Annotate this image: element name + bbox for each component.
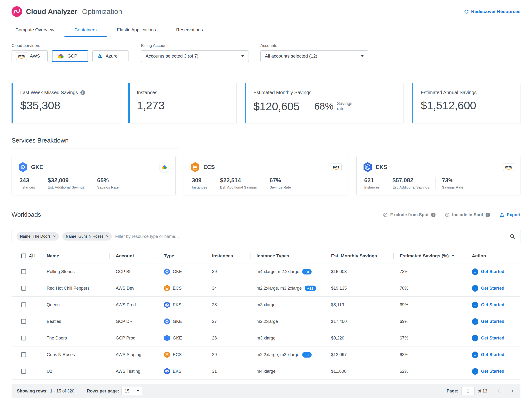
pagination: Page: of 13	[447, 387, 515, 395]
tab-compute-overview[interactable]: Compute Overview	[5, 23, 64, 37]
search-icon[interactable]	[510, 234, 515, 239]
spot-logo-icon	[12, 6, 22, 17]
service-name: GKE	[31, 164, 43, 170]
workload-account: GCP DR	[109, 313, 158, 330]
service-instances: 309	[192, 177, 207, 184]
provider-aws-button[interactable]: aws AWS	[12, 50, 48, 62]
row-checkbox[interactable]	[21, 302, 26, 307]
row-checkbox[interactable]	[21, 269, 26, 274]
aws-logo: aws	[331, 163, 342, 171]
plus-circle-icon	[445, 212, 450, 217]
rediscover-resources-link[interactable]: Rediscover Resources	[464, 9, 520, 14]
workload-type: EKS	[173, 302, 181, 307]
instance-types-more-badge[interactable]: +4	[302, 269, 312, 274]
rows-per-page-select[interactable]: 15	[122, 387, 142, 395]
table-row: U2 AWS Testing K EKS 31 m4.xlarge $11,60…	[12, 363, 520, 380]
resource-filter-input[interactable]	[115, 234, 506, 239]
svg-text:K: K	[166, 303, 168, 306]
row-checkbox[interactable]	[21, 286, 26, 291]
get-started-button[interactable]: → Get Started	[466, 313, 520, 330]
sort-caret-icon	[452, 255, 455, 257]
ecs-icon	[164, 285, 170, 292]
service-card-eks: K EKS aws 621Instances $57,082Est. Addit…	[356, 156, 520, 195]
stat-card-instances: Instances 1,273	[128, 83, 237, 123]
instance-types-more-badge[interactable]: +1	[302, 352, 312, 358]
arrow-right-icon: →	[472, 285, 478, 292]
workload-instance-types: m2.2xlarge, m3.2xlarge	[256, 286, 302, 291]
close-icon[interactable]: ×	[106, 234, 109, 239]
arrow-right-icon: →	[472, 368, 478, 375]
tab-containers[interactable]: Containers	[64, 23, 107, 37]
stat-card-annual-savings: Estimated Annual Savings $1,512,600	[412, 83, 520, 123]
row-checkbox[interactable]	[21, 352, 26, 357]
workload-name: The Doors	[31, 330, 109, 346]
instance-types-more-badge[interactable]: +12	[305, 286, 316, 291]
accounts-select[interactable]: All accounts selected (12)	[260, 50, 368, 62]
eks-icon: K	[363, 162, 372, 173]
gke-icon	[164, 334, 170, 342]
page-number-input[interactable]	[461, 387, 475, 395]
include-in-spot-button[interactable]: Include in Spot i	[445, 212, 490, 217]
next-page-button[interactable]	[510, 388, 515, 394]
workload-type: GKE	[173, 336, 182, 341]
get-started-button[interactable]: → Get Started	[466, 346, 520, 363]
row-checkbox[interactable]	[21, 319, 26, 324]
workload-monthly-savings: $19,135	[325, 280, 393, 296]
provider-gcp-button[interactable]: GCP	[52, 50, 88, 62]
divider	[307, 99, 307, 114]
divider	[12, 149, 180, 149]
info-icon[interactable]: i	[431, 213, 436, 217]
get-started-button[interactable]: → Get Started	[466, 263, 520, 280]
row-checkbox[interactable]	[21, 369, 26, 374]
row-checkbox[interactable]	[21, 336, 26, 340]
services-breakdown-title: Services Breakdown	[12, 137, 520, 144]
svg-text:K: K	[366, 165, 369, 170]
savings-rate-block: 68% Savings rate	[314, 101, 354, 112]
export-icon	[499, 212, 504, 217]
info-icon[interactable]: i	[80, 90, 85, 95]
previous-page-button[interactable]	[496, 388, 502, 394]
provider-azure-button[interactable]: Azure	[92, 50, 128, 62]
get-started-button[interactable]: → Get Started	[466, 363, 520, 379]
service-savings: $32,009	[48, 177, 84, 184]
exclude-from-spot-button[interactable]: Exclude from Spot i	[383, 212, 436, 217]
arrow-right-icon: →	[472, 352, 478, 358]
workloads-table-header: All Name Account Type Instances Instance…	[12, 248, 520, 263]
workload-account: AWS Prod	[109, 297, 158, 313]
close-icon[interactable]: ×	[53, 234, 56, 239]
tab-elastic-applications[interactable]: Elastic Applications	[107, 23, 166, 37]
column-header-estimated-savings[interactable]: Estimated Savings (%)	[393, 248, 466, 263]
get-started-button[interactable]: → Get Started	[466, 280, 520, 296]
workloads-filter-bar: Name The Doors × Name Guns N Roses ×	[12, 230, 520, 243]
workload-account: AWS Staging	[109, 346, 158, 363]
service-card-gke: GKE	[12, 156, 176, 195]
top-bar: Cloud Analyzer Optimization Rediscover R…	[0, 0, 532, 23]
get-started-button[interactable]: → Get Started	[466, 297, 520, 313]
billing-account-select[interactable]: Accounts selected 3 (of 7)	[141, 50, 249, 62]
services-breakdown-section: Services Breakdown GKE	[0, 123, 532, 195]
cloud-provider-toggle: aws AWS	[12, 50, 128, 62]
select-all-checkbox[interactable]	[21, 254, 26, 258]
table-row: Beatles GCP DR GKE 27 m2.2xlarge $17,400…	[12, 313, 520, 330]
table-row: Guns N Roses AWS Staging ECS 29 m2.2xlar…	[12, 346, 520, 363]
ecs-icon	[190, 162, 200, 173]
get-started-button[interactable]: → Get Started	[466, 330, 520, 346]
workload-name: Queen	[31, 297, 109, 313]
workload-monthly-savings: $16,003	[325, 263, 393, 280]
filter-chip[interactable]: Name The Doors ×	[17, 232, 59, 241]
aws-smile	[18, 57, 25, 59]
tab-reservations[interactable]: Reservations	[166, 23, 213, 37]
slash-circle-icon	[383, 212, 388, 217]
brand: Cloud Analyzer Optimization	[12, 6, 122, 17]
workload-monthly-savings: $11,600	[325, 363, 393, 379]
export-button[interactable]: Export	[499, 212, 520, 217]
workload-account: AWS Testing	[109, 363, 158, 379]
billing-account-group: Billing Account Accounts selected 3 (of …	[141, 43, 249, 62]
divider	[12, 223, 180, 223]
filter-chip[interactable]: Name Guns N Roses ×	[62, 232, 112, 241]
workload-monthly-savings: $13,097	[325, 346, 393, 363]
accounts-value: All accounts selected (12)	[265, 53, 317, 59]
info-icon[interactable]: i	[486, 213, 490, 217]
workload-monthly-savings: $17,400	[325, 313, 393, 330]
stat-title: Estimated Monthly Savings	[253, 90, 311, 95]
